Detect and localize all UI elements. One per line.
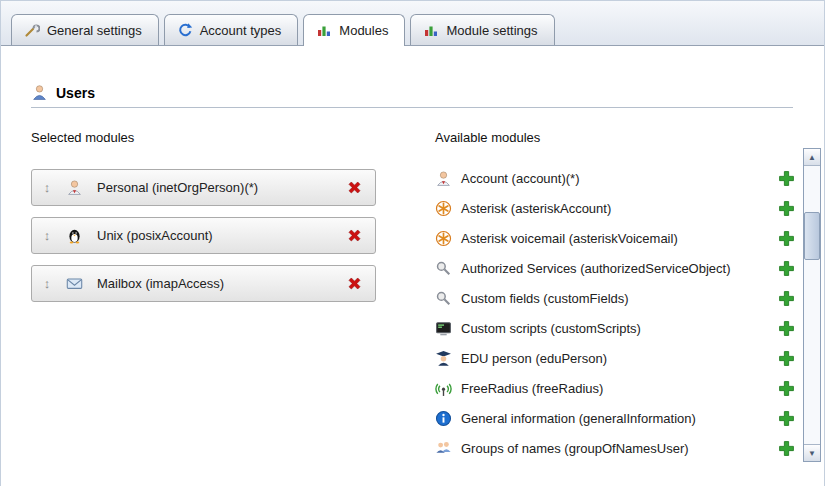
tab-label: Module settings xyxy=(446,23,537,38)
selected-modules-title: Selected modules xyxy=(31,130,403,145)
add-module-button[interactable] xyxy=(778,410,795,427)
tab-label: Account types xyxy=(200,23,282,38)
available-module-row-asterisk-voicemail: Asterisk voicemail (asteriskVoicemail) xyxy=(435,223,795,253)
tab-bar: General settings Account types Modules M… xyxy=(1,1,824,46)
available-module-label: EDU person (eduPerson) xyxy=(461,351,607,366)
available-module-row-general-information: General information (generalInformation) xyxy=(435,403,795,433)
selected-module-row-mailbox[interactable]: ↕ Mailbox (imapAccess) xyxy=(31,265,376,302)
scrollbar-thumb[interactable] xyxy=(804,212,820,260)
tab-general-settings[interactable]: General settings xyxy=(11,14,159,45)
add-module-button[interactable] xyxy=(778,170,795,187)
remove-module-button[interactable] xyxy=(346,275,363,292)
terminal-icon xyxy=(435,320,452,337)
selected-module-label: Unix (posixAccount) xyxy=(97,228,213,243)
user-icon xyxy=(31,84,48,101)
modules-tab-content: Users Selected modules ↕ Personal (inetO… xyxy=(1,46,824,486)
radio-waves-icon xyxy=(435,380,452,397)
available-modules-column: Available modules Account (account)(*) xyxy=(435,130,821,463)
available-module-row-groups-of-names: Groups of names (groupOfNamesUser) xyxy=(435,433,795,463)
tab-label: Modules xyxy=(339,23,388,38)
edu-person-icon xyxy=(435,350,452,367)
add-module-button[interactable] xyxy=(778,440,795,457)
add-module-button[interactable] xyxy=(778,350,795,367)
available-modules-title: Available modules xyxy=(435,130,795,145)
mail-icon xyxy=(66,275,83,292)
add-module-button[interactable] xyxy=(778,380,795,397)
scroll-down-button[interactable]: ▼ xyxy=(804,444,820,461)
available-module-row-custom-scripts: Custom scripts (customScripts) xyxy=(435,313,795,343)
asterisk-icon xyxy=(435,200,452,217)
info-icon xyxy=(435,410,452,427)
available-module-label: Asterisk voicemail (asteriskVoicemail) xyxy=(461,231,678,246)
drag-handle-icon[interactable]: ↕ xyxy=(40,276,54,291)
keys-icon xyxy=(435,290,452,307)
available-module-row-account: Account (account)(*) xyxy=(435,163,795,193)
section-divider xyxy=(31,107,793,108)
drag-handle-icon[interactable]: ↕ xyxy=(40,228,54,243)
lam-config-page: General settings Account types Modules M… xyxy=(0,0,825,486)
asterisk-icon xyxy=(435,230,452,247)
available-module-label: Asterisk (asteriskAccount) xyxy=(461,201,611,216)
tab-modules[interactable]: Modules xyxy=(303,14,405,46)
available-module-label: Custom fields (customFields) xyxy=(461,291,629,306)
selected-module-label: Personal (inetOrgPerson)(*) xyxy=(97,180,258,195)
tab-label: General settings xyxy=(47,23,142,38)
available-module-row-authorized-services: Authorized Services (authorizedServiceOb… xyxy=(435,253,795,283)
available-module-label: FreeRadius (freeRadius) xyxy=(461,381,603,396)
available-modules-list: Account (account)(*) Asterisk (asteriskA… xyxy=(435,163,795,463)
modules-chart-icon xyxy=(316,22,332,38)
selected-modules-column: Selected modules ↕ Personal (inetOrgPers… xyxy=(31,130,403,463)
add-module-button[interactable] xyxy=(778,290,795,307)
scrollbar-track[interactable] xyxy=(804,166,820,444)
section-title: Users xyxy=(56,85,95,101)
selected-module-row-unix[interactable]: ↕ Unix (posixAccount) xyxy=(31,217,376,254)
available-module-label: Custom scripts (customScripts) xyxy=(461,321,641,336)
person-icon xyxy=(435,170,452,187)
penguin-icon xyxy=(66,227,83,244)
refresh-icon xyxy=(177,22,193,38)
selected-modules-list: ↕ Personal (inetOrgPerson)(*) ↕ xyxy=(31,169,403,302)
available-module-row-asterisk: Asterisk (asteriskAccount) xyxy=(435,193,795,223)
add-module-button[interactable] xyxy=(778,320,795,337)
add-module-button[interactable] xyxy=(778,200,795,217)
remove-module-button[interactable] xyxy=(346,227,363,244)
available-module-label: Authorized Services (authorizedServiceOb… xyxy=(461,261,731,276)
available-modules-wrap: Available modules Account (account)(*) xyxy=(435,130,795,463)
module-columns: Selected modules ↕ Personal (inetOrgPers… xyxy=(31,130,792,463)
module-settings-chart-icon xyxy=(423,22,439,38)
available-module-row-freeradius: FreeRadius (freeRadius) xyxy=(435,373,795,403)
available-module-row-custom-fields: Custom fields (customFields) xyxy=(435,283,795,313)
add-module-button[interactable] xyxy=(778,230,795,247)
drag-handle-icon[interactable]: ↕ xyxy=(40,180,54,195)
wrench-icon xyxy=(24,22,40,38)
tab-account-types[interactable]: Account types xyxy=(164,14,299,45)
available-module-label: General information (generalInformation) xyxy=(461,411,696,426)
person-icon xyxy=(66,179,83,196)
available-module-row-edu-person: EDU person (eduPerson) xyxy=(435,343,795,373)
scroll-up-button[interactable]: ▲ xyxy=(804,149,820,166)
available-modules-scrollbar[interactable]: ▲ ▼ xyxy=(803,148,821,462)
remove-module-button[interactable] xyxy=(346,179,363,196)
available-module-label: Account (account)(*) xyxy=(461,171,580,186)
keys-icon xyxy=(435,260,452,277)
selected-module-label: Mailbox (imapAccess) xyxy=(97,276,224,291)
group-icon xyxy=(435,440,452,457)
available-module-label: Groups of names (groupOfNamesUser) xyxy=(461,441,689,456)
add-module-button[interactable] xyxy=(778,260,795,277)
tab-module-settings[interactable]: Module settings xyxy=(410,14,554,45)
selected-module-row-personal[interactable]: ↕ Personal (inetOrgPerson)(*) xyxy=(31,169,376,206)
users-section-header: Users xyxy=(31,84,792,101)
